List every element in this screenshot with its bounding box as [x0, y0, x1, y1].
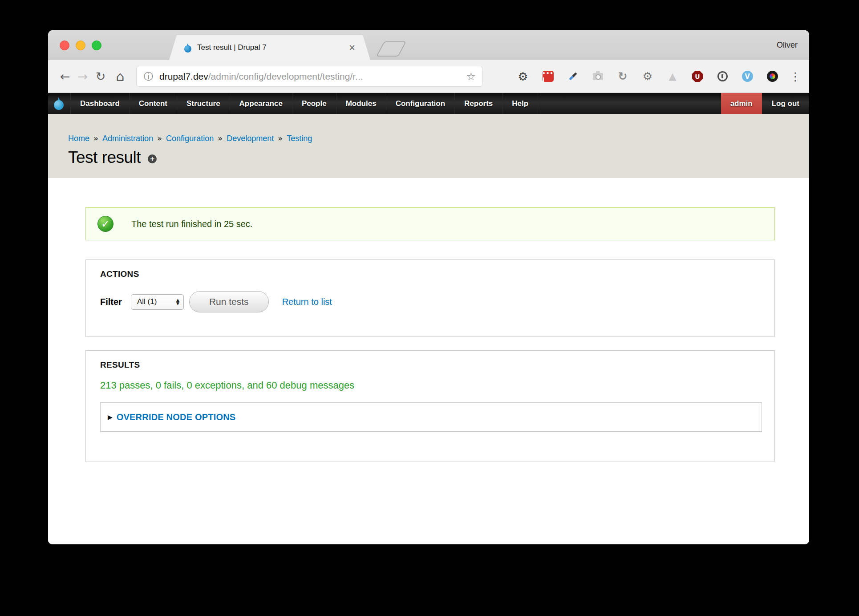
filter-select-value: All (1): [137, 297, 176, 306]
breadcrumb-separator: »: [218, 134, 223, 143]
sync-refresh-icon[interactable]: ↻: [617, 71, 628, 82]
drupal-logo[interactable]: [48, 93, 70, 114]
bookmark-star-icon[interactable]: ☆: [466, 70, 476, 83]
browser-window: Test result | Drupal 7 × Oliver ← → ↻ ⌂ …: [48, 30, 809, 544]
extension-icons: ⚙ ••• ↻ ⚙ ▲ U V: [517, 71, 778, 82]
actions-fieldset: ACTIONS Filter All (1) ▲ ▼ Run tests Ret…: [85, 259, 775, 337]
chrome-menu-icon[interactable]: ⋮: [790, 70, 801, 83]
breadcrumb: Home»Administration»Configuration»Develo…: [68, 134, 809, 143]
breadcrumb-administration[interactable]: Administration: [102, 134, 153, 143]
page-title: Test result: [68, 148, 141, 167]
success-check-icon: ✓: [97, 216, 113, 232]
keyhole-icon[interactable]: [717, 71, 728, 82]
password-manager-icon[interactable]: •••: [542, 71, 554, 82]
profile-name[interactable]: Oliver: [777, 30, 798, 60]
toolbar-logout[interactable]: Log out: [762, 93, 809, 114]
toolbar-item-configuration[interactable]: Configuration: [386, 93, 454, 114]
address-bar[interactable]: ⓘ drupal7.dev /admin/config/development/…: [136, 66, 482, 87]
drupal-favicon: [184, 43, 191, 53]
toolbar-item-dashboard[interactable]: Dashboard: [70, 93, 129, 114]
toolbar-item-content[interactable]: Content: [129, 93, 177, 114]
window-controls: [60, 30, 101, 60]
content-area: ✓ The test run finished in 25 sec. ACTIO…: [48, 178, 809, 544]
eyedropper-icon[interactable]: [567, 71, 579, 82]
userscript-gear-icon[interactable]: ⚙: [642, 71, 653, 82]
breadcrumb-configuration[interactable]: Configuration: [166, 134, 214, 143]
breadcrumb-separator: »: [157, 134, 162, 143]
status-message-text: The test run finished in 25 sec.: [131, 219, 252, 229]
breadcrumb-home[interactable]: Home: [68, 134, 89, 143]
actions-legend: ACTIONS: [100, 269, 762, 279]
toolbar-user-admin[interactable]: admin: [721, 93, 762, 114]
settings-gear-icon[interactable]: ⚙: [517, 71, 529, 82]
tab-close-icon[interactable]: ×: [349, 43, 355, 52]
home-icon[interactable]: ⌂: [111, 68, 129, 85]
toolbar-item-help[interactable]: Help: [502, 93, 538, 114]
breadcrumb-development[interactable]: Development: [227, 134, 274, 143]
minimize-window-button[interactable]: [76, 41, 85, 50]
vimium-icon[interactable]: V: [741, 71, 753, 82]
url-domain: drupal7.dev: [159, 71, 208, 82]
toolbar-item-modules[interactable]: Modules: [336, 93, 386, 114]
tab-title: Test result | Drupal 7: [197, 43, 349, 52]
override-node-options-toggle[interactable]: ▶ OVERRIDE NODE OPTIONS: [100, 402, 762, 432]
toolbar-item-appearance[interactable]: Appearance: [230, 93, 292, 114]
forward-icon: →: [74, 68, 92, 85]
reload-icon[interactable]: ↻: [92, 68, 109, 85]
results-summary: 213 passes, 0 fails, 0 exceptions, and 6…: [100, 380, 762, 391]
url-path: /admin/config/development/testing/r...: [208, 71, 466, 82]
status-message: ✓ The test run finished in 25 sec.: [85, 207, 775, 240]
ublock-icon[interactable]: U: [692, 71, 703, 82]
back-icon[interactable]: ←: [56, 68, 74, 85]
new-tab-button[interactable]: [376, 41, 406, 57]
camera-lens-icon[interactable]: [766, 71, 778, 82]
override-node-options-label: OVERRIDE NODE OPTIONS: [117, 412, 236, 422]
select-arrows-icon: ▲ ▼: [176, 298, 179, 305]
add-shortcut-icon[interactable]: +: [148, 154, 157, 163]
tab-strip: Test result | Drupal 7 × Oliver: [48, 30, 809, 60]
results-fieldset: RESULTS 213 passes, 0 fails, 0 exception…: [85, 350, 775, 462]
drupal-admin-toolbar: Dashboard Content Structure Appearance P…: [48, 93, 809, 114]
drupal-droplet-icon: [54, 97, 64, 110]
breadcrumb-separator: »: [93, 134, 98, 143]
collapsed-arrow-icon: ▶: [108, 413, 113, 421]
close-window-button[interactable]: [60, 41, 69, 50]
zoom-window-button[interactable]: [92, 41, 101, 50]
site-info-icon[interactable]: ⓘ: [144, 70, 153, 83]
toolbar-spacer: [538, 93, 721, 114]
page-header: Home»Administration»Configuration»Develo…: [48, 114, 809, 178]
breadcrumb-separator: »: [278, 134, 283, 143]
run-tests-button[interactable]: Run tests: [189, 291, 269, 312]
drive-icon[interactable]: ▲: [667, 71, 678, 82]
browser-tab[interactable]: Test result | Drupal 7 ×: [169, 35, 370, 60]
breadcrumb-testing[interactable]: Testing: [287, 134, 312, 143]
camera-icon[interactable]: [592, 71, 604, 82]
chrome-toolbar: ← → ↻ ⌂ ⓘ drupal7.dev /admin/config/deve…: [48, 60, 809, 93]
toolbar-item-people[interactable]: People: [292, 93, 336, 114]
filter-label: Filter: [100, 297, 122, 307]
toolbar-item-structure[interactable]: Structure: [177, 93, 230, 114]
results-legend: RESULTS: [100, 360, 762, 370]
return-to-list-link[interactable]: Return to list: [282, 297, 332, 307]
toolbar-item-reports[interactable]: Reports: [454, 93, 502, 114]
filter-select[interactable]: All (1) ▲ ▼: [131, 294, 184, 310]
